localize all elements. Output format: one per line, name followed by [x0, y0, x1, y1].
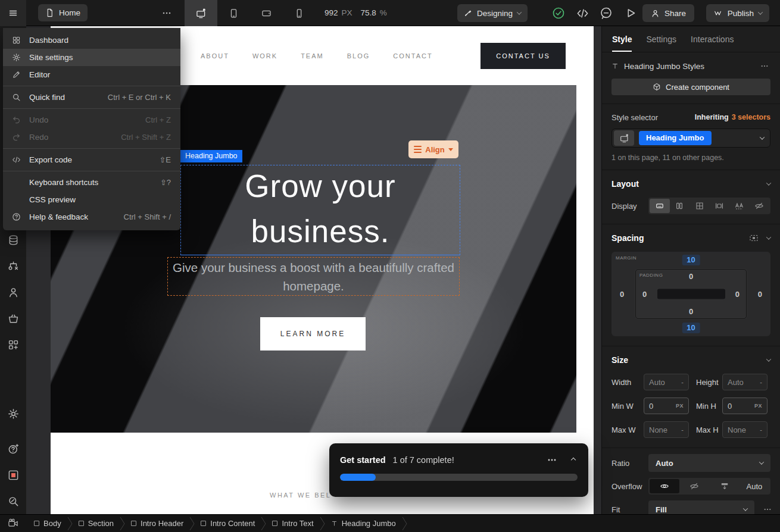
overflow-scroll-option[interactable]: [710, 479, 740, 493]
width-input[interactable]: Auto-: [644, 374, 689, 390]
collapse-chevron-icon[interactable]: [766, 234, 771, 239]
overflow-hidden-option[interactable]: [679, 479, 709, 493]
hero-heading[interactable]: Grow your business.: [181, 164, 460, 254]
selection-outline[interactable]: Grow your business.: [180, 165, 460, 255]
logic-button[interactable]: [0, 253, 26, 279]
menu-item-editor[interactable]: Editor: [3, 66, 180, 83]
max-height-unit[interactable]: -: [760, 426, 762, 433]
zoom-button[interactable]: [0, 488, 26, 514]
spacing-mode-icon[interactable]: [749, 233, 759, 243]
settings-button[interactable]: [0, 400, 26, 427]
tab-settings[interactable]: Settings: [646, 26, 676, 52]
menu-item-keyboard-shortcuts[interactable]: Keyboard shortcuts ⇧?: [3, 174, 180, 191]
breadcrumb-item-heading-jumbo[interactable]: Heading Jumbo: [322, 515, 405, 532]
help-button[interactable]: [0, 436, 26, 462]
margin-top-value[interactable]: 10: [682, 255, 700, 265]
overflow-auto-option[interactable]: Auto: [740, 479, 769, 493]
breadcrumb-item-section[interactable]: Section: [70, 515, 123, 532]
breakpoint-mobile-landscape-button[interactable]: [250, 0, 283, 26]
site-nav-link-work[interactable]: WORK: [252, 52, 277, 60]
chevron-down-icon[interactable]: [760, 134, 765, 139]
margin-left-value[interactable]: 0: [620, 290, 624, 299]
layout-section-title[interactable]: Layout: [611, 179, 639, 189]
tab-interactions[interactable]: Interactions: [691, 26, 734, 52]
tab-style[interactable]: Style: [612, 26, 632, 52]
breakpoint-mobile-portrait-button[interactable]: [283, 0, 316, 26]
breadcrumb-item-intro-text[interactable]: Intro Text: [263, 515, 322, 532]
comments-icon[interactable]: [598, 5, 614, 21]
ecommerce-button[interactable]: [0, 305, 26, 331]
breadcrumb-item-intro-content[interactable]: Intro Content: [192, 515, 264, 532]
video-camera-icon[interactable]: [7, 518, 19, 528]
styles-more-button[interactable]: [759, 62, 770, 70]
padding-top-value[interactable]: 0: [689, 272, 693, 281]
min-height-input[interactable]: 0PX: [722, 398, 767, 414]
breadcrumb-item-body[interactable]: Body: [25, 515, 70, 532]
cms-button[interactable]: [0, 227, 26, 253]
publish-button[interactable]: Publish: [706, 4, 769, 22]
padding-left-value[interactable]: 0: [642, 290, 647, 299]
site-nav-link-contact[interactable]: CONTACT: [393, 52, 432, 60]
share-button[interactable]: Share: [642, 4, 694, 22]
site-contact-us-button[interactable]: CONTACT US: [481, 43, 566, 69]
menu-item-help-feedback[interactable]: Help & feedback Ctrl + Shift + /: [3, 208, 180, 226]
toast-collapse-button[interactable]: [572, 458, 575, 462]
site-nav-link-team[interactable]: TEAM: [301, 52, 324, 60]
create-component-button[interactable]: Create component: [611, 79, 770, 95]
menu-item-quick-find[interactable]: Quick find Ctrl + E or Ctrl + K: [3, 89, 180, 106]
more-pages-button[interactable]: [156, 7, 177, 20]
size-section-title[interactable]: Size: [611, 355, 628, 365]
zoom-value[interactable]: 75.8: [361, 8, 376, 17]
overflow-visible-option[interactable]: [650, 479, 679, 493]
display-inline-block-option[interactable]: [710, 199, 730, 213]
display-none-option[interactable]: [750, 199, 770, 213]
width-unit[interactable]: -: [681, 378, 684, 386]
collapse-chevron-icon[interactable]: [766, 356, 771, 361]
page-selector-button[interactable]: Home: [38, 4, 88, 21]
inheriting-label[interactable]: Inheriting: [695, 113, 729, 121]
video-tutorials-button[interactable]: [0, 462, 26, 488]
breakpoint-tablet-button[interactable]: [217, 0, 250, 26]
menu-item-dashboard[interactable]: Dashboard: [3, 32, 180, 49]
breakpoint-desktop-button[interactable]: [185, 0, 217, 26]
style-selector-input[interactable]: Heading Jumbo: [611, 129, 770, 148]
selected-element-label[interactable]: Heading Jumbo: [180, 150, 242, 162]
mode-dropdown[interactable]: Designing: [457, 4, 528, 22]
display-block-option[interactable]: [650, 199, 670, 213]
inheriting-count[interactable]: 3 selectors: [732, 113, 770, 121]
saved-status-icon[interactable]: [551, 5, 566, 21]
menu-item-export-code[interactable]: Export code ⇧E: [3, 151, 180, 168]
hero-subtitle[interactable]: Give your business a boost with a beauti…: [167, 257, 460, 296]
padding-bottom-value[interactable]: 0: [689, 307, 693, 316]
height-input[interactable]: Auto-: [722, 374, 767, 390]
breadcrumb-item-intro-header[interactable]: Intro Header: [122, 515, 192, 532]
users-button[interactable]: [0, 279, 26, 305]
collapse-chevron-icon[interactable]: [766, 180, 771, 185]
custom-code-icon[interactable]: [575, 5, 590, 21]
margin-bottom-value[interactable]: 10: [682, 323, 700, 333]
apps-button[interactable]: [0, 331, 26, 358]
min-width-input[interactable]: 0PX: [644, 398, 689, 414]
min-height-unit[interactable]: PX: [754, 403, 762, 409]
site-nav-link-about[interactable]: ABOUT: [201, 52, 229, 60]
menu-item-site-settings[interactable]: Site settings: [3, 49, 180, 66]
site-nav-link-blog[interactable]: BLOG: [347, 52, 370, 60]
canvas-width-value[interactable]: 992: [325, 8, 338, 17]
selector-class-pill[interactable]: Heading Jumbo: [639, 131, 712, 145]
toast-more-button[interactable]: [545, 455, 559, 465]
max-height-input[interactable]: None-: [722, 421, 767, 438]
learn-more-button[interactable]: LEARN MORE: [260, 317, 366, 351]
menu-item-css-preview[interactable]: CSS preview: [3, 191, 180, 208]
breakpoint-indicator-button[interactable]: [614, 130, 634, 146]
main-menu-button[interactable]: [0, 0, 26, 26]
display-flex-option[interactable]: [670, 199, 690, 213]
min-width-unit[interactable]: PX: [676, 403, 684, 409]
max-width-input[interactable]: None-: [644, 421, 689, 438]
height-unit[interactable]: -: [760, 378, 762, 386]
align-dropdown-button[interactable]: Align: [408, 140, 458, 158]
padding-right-value[interactable]: 0: [735, 290, 740, 299]
max-width-unit[interactable]: -: [681, 426, 684, 433]
fit-more-button[interactable]: [763, 505, 772, 514]
preview-icon[interactable]: [623, 5, 638, 21]
spacing-section-title[interactable]: Spacing: [611, 233, 644, 243]
